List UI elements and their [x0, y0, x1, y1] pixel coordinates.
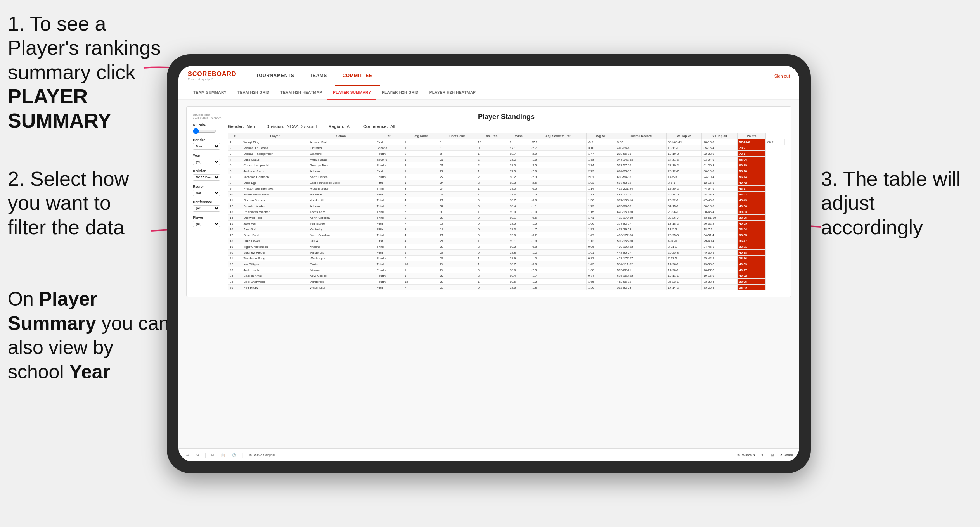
table-row: 2Michael Le SassoOle MissSecond118067.1-… [228, 145, 785, 151]
region-control: Region N/A [193, 185, 224, 196]
undo-button[interactable]: ↩ [185, 453, 191, 458]
app-header: SCOREBOARD Powered by clipp9 TOURNAMENTS… [178, 66, 799, 86]
instruction-note: On Player Summary you can also view by s… [8, 287, 171, 384]
table-row: 10Jacob Skov OlesenArkansasFifth323168.4… [228, 192, 785, 197]
sub-nav: TEAM SUMMARY TEAM H2H GRID TEAM H2H HEAT… [178, 86, 799, 100]
sub-nav-player-h2h-grid[interactable]: PLAYER H2H GRID [376, 86, 424, 100]
no-rds-slider[interactable] [193, 128, 216, 134]
table-row: 23Jack LundinMissouriFourth1124068.6-2.3… [228, 267, 785, 273]
sub-nav-player-summary[interactable]: PLAYER SUMMARY [327, 86, 376, 100]
col-points: Points [738, 133, 766, 139]
tablet-frame: SCOREBOARD Powered by clipp9 TOURNAMENTS… [167, 54, 811, 473]
col-adj-score: Adj. Score to Par [530, 133, 586, 139]
export-button[interactable]: ⬆ [759, 453, 765, 458]
logo-sub: Powered by clipp9 [188, 78, 237, 81]
division-select[interactable]: NCAA Division I [193, 174, 220, 181]
tablet-screen: SCOREBOARD Powered by clipp9 TOURNAMENTS… [178, 66, 799, 461]
logo-area: SCOREBOARD Powered by clipp9 [188, 71, 237, 81]
gender-control: Gender Men Women [193, 138, 224, 150]
copy-button[interactable]: ⧉ [210, 452, 215, 458]
year-control: Year (All) First Second Third Fourth Fif… [193, 154, 224, 165]
col-avg-sg: Avg SG [586, 133, 615, 139]
table-row: 9Preston SummerhaysArizona StateThird324… [228, 186, 785, 192]
col-yr: Yr [375, 133, 403, 139]
table-row: 11Gordon SargentVanderbiltThird421068.7-… [228, 197, 785, 203]
paste-button[interactable]: 📋 [219, 453, 227, 458]
year-select[interactable]: (All) First Second Third Fourth Fifth [193, 159, 220, 165]
table-row: 16Alex GoffKentuckyFifth819068.3-1.71.92… [228, 226, 785, 232]
nav-teams[interactable]: TEAMS [302, 66, 335, 86]
player-control: Player (All) [193, 216, 224, 227]
filter-row: Gender: Men Division: NCAA Division I Re… [228, 124, 785, 129]
table-row: 3Michael ThorbjornsenStanfordFourth28168… [228, 151, 785, 157]
table-row: 5Christo LamprechtGeorgia TechFourth2212… [228, 162, 785, 168]
table-row: 17David FordNorth CarolinaThird421069.0-… [228, 232, 785, 238]
nav-tournaments[interactable]: TOURNAMENTS [248, 66, 302, 86]
sub-nav-team-summary[interactable]: TEAM SUMMARY [188, 86, 232, 100]
layout-button[interactable]: ⊞ [769, 453, 776, 458]
instruction-step3: 3. The table will adjust accordingly [821, 167, 968, 239]
col-player: Player [242, 133, 308, 139]
instruction-step1: 1. To see a Player's rankings summary cl… [8, 12, 171, 133]
col-vs-top50: Vs Top 50 [702, 133, 738, 139]
redo-button[interactable]: ↪ [195, 453, 201, 458]
main-nav: TOURNAMENTS TEAMS COMMITTEE [248, 66, 769, 86]
table-row: 21Taekhoon SongWashingtonFourth523168.9-… [228, 256, 785, 261]
col-vs-top25: Vs Top 25 [666, 133, 702, 139]
table-row: 7Nicholas GabrelcikNorth FloridaFourth12… [228, 174, 785, 180]
gender-select[interactable]: Men Women [193, 143, 220, 150]
instruction-step2: 2. Select how you want to filter the dat… [8, 167, 155, 239]
division-control: Division NCAA Division I [193, 169, 224, 181]
logo-text: SCOREBOARD [188, 71, 237, 78]
col-reg-rank: Reg Rank [403, 133, 438, 139]
table-row: 6Jackson KoivunAuburnFirst127167.5-2.02.… [228, 168, 785, 174]
col-school: School [308, 133, 375, 139]
table-row: 8Mats EgeEast Tennessee StateFifth124268… [228, 180, 785, 186]
col-no-rds: No. Rds. [476, 133, 508, 139]
nav-committee[interactable]: COMMITTEE [335, 66, 380, 86]
player-select[interactable]: (All) [193, 221, 220, 227]
data-table-wrapper: # Player School Yr Reg Rank Conf Rank No… [228, 133, 785, 290]
table-row: 1Wenyi DingArizona StateFirst1115167.1-3… [228, 139, 785, 145]
standings-title: Player Standings [228, 113, 785, 121]
view-label: 👁 View: Original [249, 453, 275, 457]
sub-nav-team-h2h-heatmap[interactable]: TEAM H2H HEATMAP [275, 86, 327, 100]
update-time: Update time: 27/03/2024 16:56:26 [193, 113, 224, 120]
share-button[interactable]: ↗ Share [779, 453, 793, 457]
col-wins: Wins [508, 133, 530, 139]
region-select[interactable]: N/A [193, 190, 220, 196]
col-overall-record: Overall Record [615, 133, 666, 139]
table-row: 22Ian GilliganFloridaThird1024168.7-0.81… [228, 261, 785, 267]
conference-select[interactable]: (All) [193, 205, 220, 212]
content-card: Update time: 27/03/2024 16:56:26 No Rds.… [186, 106, 791, 297]
col-rank: # [228, 133, 242, 139]
standings-table: # Player School Yr Reg Rank Conf Rank No… [228, 133, 785, 290]
table-row: 12Brendan ValdesAuburnThird537068.4-1.11… [228, 203, 785, 209]
table-row: 18Luke PowellUCLAFirst424169.1-1.81.1350… [228, 238, 785, 244]
table-row: 4Luke ClatonFlorida StateSecond127268.2-… [228, 157, 785, 162]
table-row: 26Petr HrubyWashingtonFifth725068.6-1.81… [228, 285, 785, 290]
controls-panel: Update time: 27/03/2024 16:56:26 No Rds.… [193, 113, 224, 290]
table-row: 13Phichaksn MaichonTexas A&MThird630169.… [228, 209, 785, 215]
sign-out-button[interactable]: Sign out [774, 74, 790, 78]
table-row: 15Jake HallTennesseeFifth718068.5-1.51.6… [228, 221, 785, 226]
sub-nav-team-h2h-grid[interactable]: TEAM H2H GRID [232, 86, 275, 100]
table-row: 19Tiger ChristensenArizonaThird523269.2-… [228, 244, 785, 250]
col-conf-rank: Conf Rank [438, 133, 476, 139]
data-section: Player Standings Gender: Men Division: N… [228, 113, 785, 290]
bottom-toolbar: ↩ ↪ | ⧉ 📋 🕐 | 👁 View: Original 👁 Watch ▾… [178, 448, 799, 461]
table-row: 24Bastien AmatNew MexicoFourth127269.4-1… [228, 273, 785, 279]
conference-control: Conference (All) [193, 200, 224, 212]
main-content: Update time: 27/03/2024 16:56:26 No Rds.… [178, 100, 799, 448]
table-row: 20Matthew RiedelVanderbiltFifth928068.8-… [228, 250, 785, 256]
table-row: 25Cole SherwoodVanderbiltFourth1223169.5… [228, 279, 785, 285]
sub-nav-player-h2h-heatmap[interactable]: PLAYER H2H HEATMAP [424, 86, 481, 100]
header-right: | Sign out [769, 73, 790, 79]
table-row: 14Maxwell FordNorth CarolinaThird322069.… [228, 215, 785, 221]
history-button[interactable]: 🕐 [230, 453, 238, 458]
watch-button[interactable]: 👁 Watch ▾ [737, 453, 755, 457]
no-rds-control: No Rds. [193, 123, 224, 134]
